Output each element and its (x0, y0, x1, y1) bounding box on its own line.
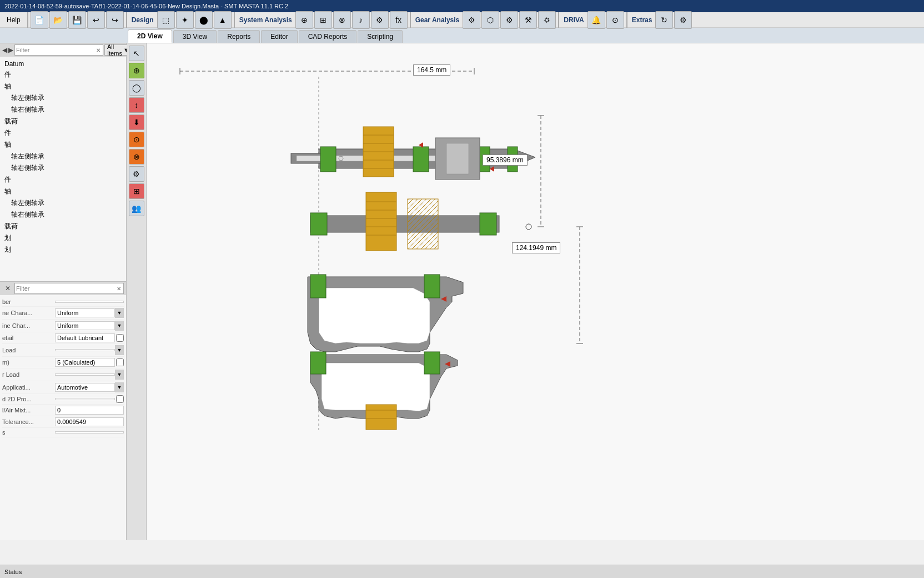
tb-sa3[interactable]: ⊗ (333, 11, 351, 29)
props-close[interactable]: ✕ (2, 283, 13, 294)
tree-filter-input[interactable] (15, 47, 94, 53)
prop-checkbox-2dpro[interactable] (116, 395, 124, 403)
tab-2d-view[interactable]: 2D View (128, 29, 172, 43)
tree-node-bearing6[interactable]: 轴右侧轴承 (2, 209, 124, 221)
prop-arrow-chara2[interactable]: ▼ (115, 321, 124, 331)
tb-cursor[interactable]: ⬚ (157, 11, 175, 29)
prop-2dpro-container (55, 395, 124, 403)
tab-scripting[interactable]: Scripting (358, 30, 403, 43)
props-panel: ✕ ✕ ber ne Chara... Uniform ▼ (0, 282, 126, 540)
prop-value-rload (55, 373, 115, 376)
tree-node-bearing2[interactable]: 轴右侧轴承 (2, 104, 124, 116)
prop-checkbox-detail[interactable] (116, 334, 124, 342)
props-filter-clear[interactable]: ✕ (114, 284, 123, 293)
prop-value-ber[interactable] (55, 301, 124, 303)
side-ring[interactable]: ⊙ (129, 132, 144, 147)
tree-node-part1[interactable]: 件 (2, 69, 124, 81)
tree-node-bearing1[interactable]: 轴左侧轴承 (2, 92, 124, 104)
tb-sa4[interactable]: ♪ (352, 11, 370, 29)
props-toolbar: ✕ ✕ (0, 282, 126, 295)
svg-rect-22 (413, 147, 429, 172)
prop-value-tolerance[interactable]: 0.0009549 (55, 417, 124, 426)
side-target[interactable]: ⊗ (129, 149, 144, 165)
prop-value-airratio[interactable]: 0 (55, 406, 124, 415)
tree-node-part2[interactable]: 件 (2, 127, 124, 139)
prop-value-load (55, 349, 115, 351)
tab-3d-view[interactable]: 3D View (173, 30, 217, 43)
status-text: Status (4, 569, 22, 575)
sep2 (126, 12, 127, 28)
side-network[interactable]: 👥 (129, 201, 144, 216)
tb-ga1[interactable]: ⚙ (463, 11, 480, 29)
prop-label-rload: r Load (2, 371, 55, 378)
tb-ga4[interactable]: ⚒ (519, 11, 537, 29)
tree-node-div2[interactable]: 划 (2, 244, 124, 256)
menu-help[interactable]: Help (2, 15, 25, 25)
prop-label-tolerance: Tolerance... (2, 418, 55, 425)
tb-ga5[interactable]: ⛭ (538, 11, 556, 29)
prop-arrow-load[interactable]: ▼ (115, 345, 124, 355)
main-layout: ◀ ▶ ✕ All Items ▼ Datum 件 轴 轴左侧轴承 轴右侧轴承 … (0, 43, 924, 540)
tree-node-bearing4[interactable]: 轴右侧轴承 (2, 162, 124, 174)
side-toolbar: ↖ ⊕ ◯ ↕ ⬇ ⊙ ⊗ ⚙ ⊞ 👥 (127, 43, 147, 540)
svg-rect-29 (310, 216, 499, 232)
prop-arrow-chara1[interactable]: ▼ (115, 308, 124, 318)
tree-node-bearing3[interactable]: 轴左侧轴承 (2, 151, 124, 162)
tree-node-datum[interactable]: Datum (2, 59, 124, 69)
tree-node-load1[interactable]: 载荷 (2, 116, 124, 127)
tree-node-load2[interactable]: 载荷 (2, 221, 124, 232)
tree-node-shaft1[interactable]: 轴 (2, 81, 124, 92)
side-download[interactable]: ⬇ (129, 114, 144, 130)
tb-dv1[interactable]: 🔔 (587, 11, 605, 29)
tb-triangle[interactable]: ▲ (214, 11, 232, 29)
prop-label-load: Load (2, 347, 55, 353)
prop-detail-container: Default Lubricant (55, 333, 124, 342)
canvas-area[interactable]: 164.5 mm 95.3896 mm 124.1949 mm (147, 43, 924, 540)
side-circle[interactable]: ◯ (129, 80, 144, 96)
tb-circle[interactable]: ⬤ (195, 11, 213, 29)
prop-dropdown-chara2: Uniform ▼ (55, 321, 124, 331)
svg-rect-26 (446, 143, 469, 174)
prop-row-airratio: l/Air Mixt... 0 (2, 405, 124, 416)
tree-node-part3[interactable]: 件 (2, 174, 124, 186)
tree-node-shaft3[interactable]: 轴 (2, 186, 124, 197)
tree-filter-clear[interactable]: ✕ (94, 46, 103, 54)
tab-cad-reports[interactable]: CAD Reports (299, 30, 357, 43)
tree-nav-fwd[interactable]: ▶ (8, 44, 13, 56)
svg-rect-47 (424, 352, 440, 374)
tb-ga2[interactable]: ⬡ (481, 11, 499, 29)
side-add-component[interactable]: ⊕ (129, 63, 144, 78)
tb-dv2[interactable]: ⊙ (606, 11, 624, 29)
props-filter-input[interactable] (15, 285, 114, 292)
toolbar-open[interactable]: 📂 (49, 11, 67, 29)
tree-nav-back[interactable]: ◀ (2, 44, 7, 56)
tb-ext2[interactable]: ⚙ (674, 11, 692, 29)
prop-checkbox-m[interactable] (116, 358, 124, 366)
tree-node-div1[interactable]: 划 (2, 232, 124, 244)
tab-reports[interactable]: Reports (218, 30, 260, 43)
side-connection[interactable]: ↕ (129, 97, 144, 113)
tab-editor[interactable]: Editor (261, 30, 297, 43)
side-cursor[interactable]: ↖ (129, 46, 144, 61)
prop-dropdown-load: ▼ (55, 345, 124, 355)
prop-dropdown-chara1: Uniform ▼ (55, 308, 124, 318)
side-gear[interactable]: ⚙ (129, 166, 144, 182)
tb-sa5[interactable]: ⚙ (371, 11, 389, 29)
tb-sa2[interactable]: ⊞ (314, 11, 332, 29)
prop-arrow-applic[interactable]: ▼ (115, 382, 124, 392)
toolbar-redo[interactable]: ↪ (106, 11, 124, 29)
prop-value-s[interactable] (55, 431, 124, 434)
side-medkit[interactable]: ⊞ (129, 183, 144, 199)
toolbar-undo[interactable]: ↩ (87, 11, 105, 29)
tree-node-bearing5[interactable]: 轴左侧轴承 (2, 197, 124, 209)
tb-select[interactable]: ✦ (176, 11, 194, 29)
toolbar-save[interactable]: 💾 (68, 11, 86, 29)
tb-ga3[interactable]: ⚙ (500, 11, 518, 29)
prop-arrow-rload[interactable]: ▼ (115, 370, 124, 380)
tree-node-shaft2[interactable]: 轴 (2, 139, 124, 151)
toolbar-new[interactable]: 📄 (31, 11, 48, 29)
tb-sa1[interactable]: ⊕ (295, 11, 313, 29)
tree-content: Datum 件 轴 轴左侧轴承 轴右侧轴承 载荷 件 轴 轴左侧轴承 轴右侧轴承… (0, 57, 126, 281)
tb-sa6[interactable]: fx (390, 11, 408, 29)
tb-ext1[interactable]: ↻ (655, 11, 673, 29)
